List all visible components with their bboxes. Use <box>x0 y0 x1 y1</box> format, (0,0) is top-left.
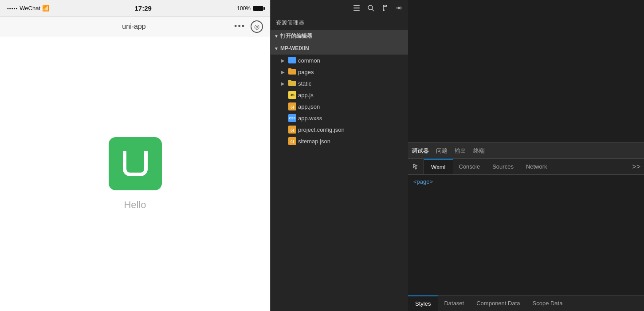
status-time: 17:29 <box>134 4 151 12</box>
svg-point-3 <box>368 5 373 10</box>
svg-rect-0 <box>353 5 360 6</box>
mp-weixin-label: MP-WEIXIN <box>280 45 309 51</box>
file-appjs[interactable]: JS app.js <box>271 89 408 101</box>
u-shape-logo <box>123 151 148 176</box>
tab-sources[interactable]: Sources <box>486 159 520 174</box>
explorer-toolbar <box>271 0 408 16</box>
wxss-file-icon: CSS <box>288 114 296 122</box>
battery-percent: 100% <box>237 5 251 12</box>
devtools-top-tabs: 调试器 问题 输出 终端 <box>408 143 644 159</box>
battery-icon <box>253 6 263 11</box>
styles-tabs-bar: Styles Dataset Component Data Scope Data <box>408 295 644 311</box>
hello-label: Hello <box>124 199 146 211</box>
explorer-title: 资源管理器 <box>271 16 408 30</box>
phone-simulator: ••••• WeChat 📶 17:29 100% uni-app ••• ◎ … <box>0 0 271 311</box>
target-inner: ◎ <box>254 23 259 30</box>
svg-rect-17 <box>288 80 291 82</box>
js-file-icon: JS <box>288 91 296 99</box>
more-tabs-button[interactable]: >> <box>628 159 644 174</box>
json-file-icon2: {.} <box>288 126 296 134</box>
git-icon[interactable] <box>380 3 390 13</box>
status-right: 100% <box>237 5 263 12</box>
folder-common[interactable]: ▶ common <box>271 55 408 66</box>
devtools-bottom: 调试器 问题 输出 终端 Wxml Console Sources Networ… <box>408 142 644 311</box>
file-appwxss[interactable]: CSS app.wxss <box>271 112 408 124</box>
file-explorer: 资源管理器 ▼ 打开的编辑器 ▼ MP-WEIXIN ▶ common ▶ <box>271 0 408 311</box>
svg-rect-1 <box>353 8 360 8</box>
json-file-icon: {.} <box>288 102 296 110</box>
search-icon[interactable] <box>365 3 376 13</box>
devtools-panel-tabs: Wxml Console Sources Network >> <box>408 159 644 175</box>
tab-scope-data[interactable]: Scope Data <box>526 295 569 311</box>
tab-wxml[interactable]: Wxml <box>424 159 453 174</box>
file-appjson[interactable]: {.} app.json <box>271 101 408 112</box>
folder-blue-icon <box>288 57 296 63</box>
page-tag: <page> <box>408 175 644 189</box>
svg-rect-2 <box>353 10 360 11</box>
folder-static[interactable]: ▶ static <box>271 78 408 89</box>
carrier-dots: ••••• <box>7 6 18 11</box>
folder-static-name: static <box>298 80 311 87</box>
file-projectconfig-name: project.config.json <box>298 126 345 133</box>
mp-weixin-chevron: ▼ <box>274 46 279 51</box>
inspect-button[interactable] <box>408 159 424 174</box>
folder-chevron: ▶ <box>279 81 287 86</box>
file-list-icon[interactable] <box>351 3 362 13</box>
phone-menu-dots[interactable]: ••• <box>234 22 245 31</box>
phone-status-bar: ••••• WeChat 📶 17:29 100% <box>0 0 270 17</box>
tab-dataset[interactable]: Dataset <box>438 295 470 311</box>
devtools-main-area <box>408 0 644 142</box>
file-projectconfig[interactable]: {.} project.config.json <box>271 124 408 135</box>
tab-component-data[interactable]: Component Data <box>470 295 526 311</box>
file-sitemap-name: sitemap.json <box>298 138 330 145</box>
svg-line-4 <box>372 9 374 11</box>
folder-chevron: ▶ <box>279 58 287 63</box>
devtools-body: <page> <box>408 175 644 295</box>
folder-chevron: ▶ <box>279 70 287 75</box>
phone-target-icon[interactable]: ◎ <box>251 20 263 33</box>
folder-yellow-icon <box>288 80 296 87</box>
folder-orange-icon <box>288 68 296 75</box>
tab-debugger[interactable]: 调试器 <box>412 145 429 157</box>
phone-app-title: uni-app <box>122 23 145 31</box>
explorer-title-text: 资源管理器 <box>276 19 305 27</box>
status-left: ••••• WeChat 📶 <box>7 5 49 12</box>
phone-title-bar: uni-app ••• ◎ <box>0 17 270 36</box>
svg-rect-13 <box>289 58 291 59</box>
open-editors-chevron: ▼ <box>274 34 279 39</box>
folder-common-name: common <box>298 57 320 64</box>
svg-rect-15 <box>288 68 291 70</box>
folder-pages[interactable]: ▶ pages <box>271 66 408 78</box>
file-sitemap[interactable]: {.} sitemap.json <box>271 135 408 147</box>
debug-icon[interactable] <box>394 3 404 13</box>
phone-title-icons[interactable]: ••• ◎ <box>234 20 263 33</box>
wifi-icon: 📶 <box>42 5 49 12</box>
folder-pages-name: pages <box>298 69 314 75</box>
file-tree: ▶ common ▶ pages ▶ <box>271 55 408 311</box>
svg-point-7 <box>383 9 385 11</box>
phone-content: Hello <box>0 36 270 311</box>
mp-weixin-section[interactable]: ▼ MP-WEIXIN <box>271 42 408 55</box>
file-appjs-name: app.js <box>298 92 314 98</box>
tab-terminal[interactable]: 终端 <box>473 145 485 157</box>
carrier-name: WeChat <box>20 5 40 12</box>
tab-console[interactable]: Console <box>453 159 487 174</box>
devtools-panel: 调试器 问题 输出 终端 Wxml Console Sources Networ… <box>408 0 644 311</box>
app-logo <box>109 137 162 190</box>
file-appwxss-name: app.wxss <box>298 115 322 122</box>
open-editors-section[interactable]: ▼ 打开的编辑器 <box>271 30 408 42</box>
open-editors-label: 打开的编辑器 <box>280 32 312 40</box>
tab-output[interactable]: 输出 <box>455 145 466 157</box>
tab-styles[interactable]: Styles <box>408 295 438 311</box>
tab-problems[interactable]: 问题 <box>436 145 448 157</box>
json-file-icon3: {.} <box>288 137 296 145</box>
tab-network[interactable]: Network <box>520 159 554 174</box>
file-appjson-name: app.json <box>298 103 320 110</box>
